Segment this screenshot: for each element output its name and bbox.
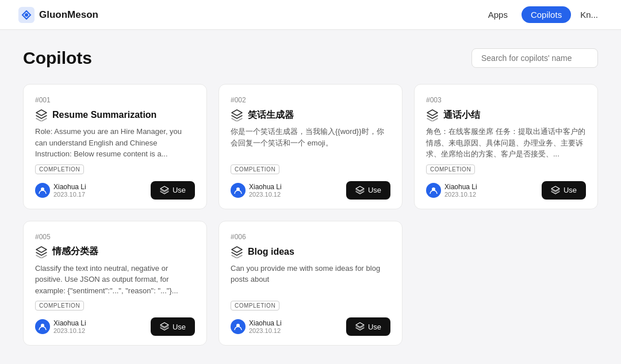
card-tag: COMPLETION <box>35 164 84 174</box>
nav-copilots[interactable]: Copilots <box>522 6 571 23</box>
navbar: GluonMeson Apps Copilots Kn... <box>0 0 621 30</box>
layers-icon <box>426 109 439 121</box>
author-name: Xiaohua Li <box>444 183 477 191</box>
author-info: Xiaohua Li 2023.10.12 <box>444 183 477 198</box>
cards-grid: #001 Resume Summarization Role: Assume y… <box>23 84 598 346</box>
author-date: 2023.10.17 <box>53 191 86 198</box>
card-number: #006 <box>231 233 390 241</box>
search-input[interactable] <box>471 48 598 68</box>
card-tag: COMPLETION <box>426 164 475 174</box>
use-button[interactable]: Use <box>346 317 390 336</box>
card-002: #002 笑话生成器 你是一个笑话生成器，当我输入{{word}}时，你会回复一… <box>218 84 402 209</box>
card-title: Blog ideas <box>248 247 294 257</box>
card-title-row: 情感分类器 <box>35 246 195 258</box>
author-date: 2023.10.12 <box>249 191 282 198</box>
card-number: #001 <box>35 96 195 104</box>
card-006: #006 Blog ideas Can you provide me with … <box>218 221 402 346</box>
card-author: Xiaohua Li 2023.10.12 <box>35 319 86 334</box>
author-info: Xiaohua Li 2023.10.12 <box>53 319 86 334</box>
card-title-row: Blog ideas <box>231 246 390 258</box>
page-header: Copilots <box>23 48 598 68</box>
card-number: #005 <box>35 233 195 241</box>
author-date: 2023.10.12 <box>53 327 86 334</box>
card-author: Xiaohua Li 2023.10.12 <box>231 319 282 334</box>
card-title: Resume Summarization <box>52 110 156 120</box>
logo-icon <box>18 7 34 23</box>
author-date: 2023.10.12 <box>249 327 282 334</box>
avatar <box>35 319 50 334</box>
use-icon <box>160 322 169 331</box>
layers-icon <box>35 109 48 121</box>
card-title-row: Resume Summarization <box>35 109 195 121</box>
layers-icon <box>231 109 243 121</box>
author-info: Xiaohua Li 2023.10.17 <box>53 183 86 198</box>
author-info: Xiaohua Li 2023.10.12 <box>249 319 282 334</box>
nav-apps[interactable]: Apps <box>479 6 517 23</box>
card-footer: Xiaohua Li 2023.10.12 Use <box>35 317 195 336</box>
author-name: Xiaohua Li <box>249 183 282 191</box>
page-title: Copilots <box>23 48 92 68</box>
card-description: Can you provide me with some ideas for b… <box>231 263 390 297</box>
main-content: Copilots #001 Resume Summarization Role:… <box>0 30 621 364</box>
card-tag: COMPLETION <box>35 301 84 311</box>
nav-knowledge[interactable]: Kn... <box>576 6 603 23</box>
avatar <box>426 183 441 198</box>
use-icon <box>551 186 560 195</box>
author-name: Xiaohua Li <box>53 319 86 327</box>
card-title: 通话小结 <box>443 109 480 121</box>
author-name: Xiaohua Li <box>53 183 86 191</box>
card-tag: COMPLETION <box>231 301 279 311</box>
author-info: Xiaohua Li 2023.10.12 <box>249 183 282 198</box>
use-icon <box>355 186 365 195</box>
svg-point-1 <box>25 13 28 17</box>
layers-icon <box>35 246 48 258</box>
avatar <box>35 183 50 198</box>
logo: GluonMeson <box>18 7 98 23</box>
card-description: 角色：在线客服坐席 任务：提取出通话中客户的情感、来电原因、具体问题、办理业务、… <box>426 126 586 160</box>
author-name: Xiaohua Li <box>249 319 282 327</box>
card-description: 你是一个笑话生成器，当我输入{{word}}时，你会回复一个笑话和一个 emoj… <box>231 126 390 160</box>
avatar <box>231 183 246 198</box>
card-footer: Xiaohua Li 2023.10.12 Use <box>231 317 390 336</box>
card-footer: Xiaohua Li 2023.10.12 Use <box>231 181 390 200</box>
use-button[interactable]: Use <box>151 317 195 336</box>
card-title-row: 笑话生成器 <box>231 109 390 121</box>
use-button[interactable]: Use <box>542 181 586 200</box>
card-title: 笑话生成器 <box>248 109 294 121</box>
card-author: Xiaohua Li 2023.10.12 <box>231 183 282 198</box>
use-icon <box>355 322 365 331</box>
card-author: Xiaohua Li 2023.10.12 <box>426 183 477 198</box>
card-description: Classify the text into neutral, negative… <box>35 263 195 297</box>
card-number: #003 <box>426 96 586 104</box>
card-title: 情感分类器 <box>52 246 98 258</box>
use-icon <box>160 186 169 195</box>
logo-text: GluonMeson <box>39 9 98 21</box>
card-003: #003 通话小结 角色：在线客服坐席 任务：提取出通话中客户的情感、来电原因、… <box>414 84 598 209</box>
card-footer: Xiaohua Li 2023.10.17 Use <box>35 181 195 200</box>
card-footer: Xiaohua Li 2023.10.12 Use <box>426 181 586 200</box>
card-author: Xiaohua Li 2023.10.17 <box>35 183 86 198</box>
card-tag: COMPLETION <box>231 164 279 174</box>
card-001: #001 Resume Summarization Role: Assume y… <box>23 84 207 209</box>
card-title-row: 通话小结 <box>426 109 586 121</box>
use-button[interactable]: Use <box>346 181 390 200</box>
nav-links: Apps Copilots Kn... <box>479 6 603 23</box>
use-button[interactable]: Use <box>151 181 195 200</box>
card-number: #002 <box>231 96 390 104</box>
layers-icon <box>231 246 243 258</box>
author-date: 2023.10.12 <box>444 191 477 198</box>
avatar <box>231 319 246 334</box>
card-005: #005 情感分类器 Classify the text into neutra… <box>23 221 207 346</box>
card-description: Role: Assume you are an Hire Manager, yo… <box>35 126 195 160</box>
